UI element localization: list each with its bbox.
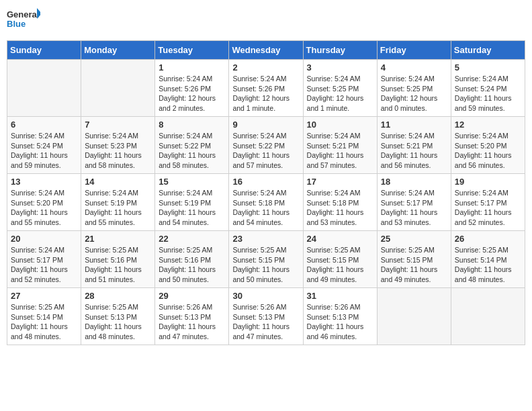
calendar-cell: 5Sunrise: 5:24 AM Sunset: 5:24 PM Daylig… xyxy=(451,60,525,117)
day-number: 19 xyxy=(455,177,521,187)
day-header-friday: Friday xyxy=(377,41,451,60)
day-number: 2 xyxy=(232,62,299,73)
day-number: 10 xyxy=(307,120,373,130)
day-number: 31 xyxy=(307,291,373,301)
day-number: 22 xyxy=(159,234,225,244)
day-number: 17 xyxy=(307,177,373,187)
calendar-cell: 28Sunrise: 5:25 AM Sunset: 5:13 PM Dayli… xyxy=(81,288,155,345)
day-info: Sunrise: 5:24 AM Sunset: 5:17 PM Dayligh… xyxy=(11,245,77,285)
calendar-cell xyxy=(451,288,525,345)
day-header-wednesday: Wednesday xyxy=(229,41,303,60)
calendar-week-5: 27Sunrise: 5:25 AM Sunset: 5:14 PM Dayli… xyxy=(7,288,525,345)
day-number: 8 xyxy=(159,120,225,130)
day-number: 9 xyxy=(232,120,299,130)
day-info: Sunrise: 5:24 AM Sunset: 5:17 PM Dayligh… xyxy=(381,188,447,228)
calendar-cell: 27Sunrise: 5:25 AM Sunset: 5:14 PM Dayli… xyxy=(7,288,81,345)
day-info: Sunrise: 5:25 AM Sunset: 5:15 PM Dayligh… xyxy=(232,245,299,285)
calendar-cell: 6Sunrise: 5:24 AM Sunset: 5:24 PM Daylig… xyxy=(7,117,81,174)
calendar-header-row: SundayMondayTuesdayWednesdayThursdayFrid… xyxy=(7,41,525,60)
svg-text:Blue: Blue xyxy=(7,19,26,29)
day-header-sunday: Sunday xyxy=(7,41,81,60)
day-number: 27 xyxy=(11,291,77,301)
calendar-cell: 13Sunrise: 5:24 AM Sunset: 5:20 PM Dayli… xyxy=(7,174,81,231)
day-info: Sunrise: 5:24 AM Sunset: 5:22 PM Dayligh… xyxy=(159,131,225,171)
day-info: Sunrise: 5:24 AM Sunset: 5:23 PM Dayligh… xyxy=(85,131,151,171)
calendar-cell: 19Sunrise: 5:24 AM Sunset: 5:17 PM Dayli… xyxy=(451,174,525,231)
day-info: Sunrise: 5:24 AM Sunset: 5:25 PM Dayligh… xyxy=(381,74,447,113)
day-info: Sunrise: 5:25 AM Sunset: 5:16 PM Dayligh… xyxy=(85,245,151,285)
calendar-cell: 4Sunrise: 5:24 AM Sunset: 5:25 PM Daylig… xyxy=(377,60,451,117)
calendar-cell: 26Sunrise: 5:25 AM Sunset: 5:14 PM Dayli… xyxy=(451,231,525,288)
day-number: 3 xyxy=(307,62,373,73)
day-info: Sunrise: 5:24 AM Sunset: 5:20 PM Dayligh… xyxy=(455,131,521,171)
calendar-cell: 23Sunrise: 5:25 AM Sunset: 5:15 PM Dayli… xyxy=(229,231,303,288)
day-info: Sunrise: 5:24 AM Sunset: 5:19 PM Dayligh… xyxy=(159,188,225,228)
logo: General Blue xyxy=(7,7,40,35)
calendar-body: 1Sunrise: 5:24 AM Sunset: 5:26 PM Daylig… xyxy=(7,60,525,345)
day-header-monday: Monday xyxy=(81,41,155,60)
calendar-cell: 10Sunrise: 5:24 AM Sunset: 5:21 PM Dayli… xyxy=(303,117,377,174)
calendar-cell: 17Sunrise: 5:24 AM Sunset: 5:18 PM Dayli… xyxy=(303,174,377,231)
day-info: Sunrise: 5:24 AM Sunset: 5:17 PM Dayligh… xyxy=(455,188,521,228)
day-info: Sunrise: 5:24 AM Sunset: 5:21 PM Dayligh… xyxy=(381,131,447,171)
day-info: Sunrise: 5:26 AM Sunset: 5:13 PM Dayligh… xyxy=(232,302,299,342)
calendar-cell: 21Sunrise: 5:25 AM Sunset: 5:16 PM Dayli… xyxy=(81,231,155,288)
calendar-cell: 22Sunrise: 5:25 AM Sunset: 5:16 PM Dayli… xyxy=(155,231,229,288)
day-info: Sunrise: 5:25 AM Sunset: 5:15 PM Dayligh… xyxy=(381,245,447,285)
day-number: 4 xyxy=(381,62,447,73)
day-header-tuesday: Tuesday xyxy=(155,41,229,60)
day-info: Sunrise: 5:24 AM Sunset: 5:18 PM Dayligh… xyxy=(307,188,373,228)
day-number: 28 xyxy=(85,291,151,301)
day-info: Sunrise: 5:24 AM Sunset: 5:18 PM Dayligh… xyxy=(232,188,299,228)
calendar-cell: 9Sunrise: 5:24 AM Sunset: 5:22 PM Daylig… xyxy=(229,117,303,174)
day-number: 16 xyxy=(232,177,299,187)
day-number: 21 xyxy=(85,234,151,244)
day-number: 24 xyxy=(307,234,373,244)
day-info: Sunrise: 5:25 AM Sunset: 5:15 PM Dayligh… xyxy=(307,245,373,285)
calendar-cell: 2Sunrise: 5:24 AM Sunset: 5:26 PM Daylig… xyxy=(229,60,303,117)
calendar-week-4: 20Sunrise: 5:24 AM Sunset: 5:17 PM Dayli… xyxy=(7,231,525,288)
calendar-cell: 8Sunrise: 5:24 AM Sunset: 5:22 PM Daylig… xyxy=(155,117,229,174)
day-info: Sunrise: 5:24 AM Sunset: 5:20 PM Dayligh… xyxy=(11,188,77,228)
day-number: 26 xyxy=(455,234,521,244)
calendar-cell: 3Sunrise: 5:24 AM Sunset: 5:25 PM Daylig… xyxy=(303,60,377,117)
day-number: 7 xyxy=(85,120,151,130)
day-info: Sunrise: 5:24 AM Sunset: 5:22 PM Dayligh… xyxy=(232,131,299,171)
day-number: 30 xyxy=(232,291,299,301)
calendar-cell: 20Sunrise: 5:24 AM Sunset: 5:17 PM Dayli… xyxy=(7,231,81,288)
logo-svg: General Blue xyxy=(7,7,40,35)
day-number: 6 xyxy=(11,120,77,130)
day-number: 14 xyxy=(85,177,151,187)
day-info: Sunrise: 5:26 AM Sunset: 5:13 PM Dayligh… xyxy=(307,302,373,342)
day-info: Sunrise: 5:24 AM Sunset: 5:21 PM Dayligh… xyxy=(307,131,373,171)
calendar-cell: 25Sunrise: 5:25 AM Sunset: 5:15 PM Dayli… xyxy=(377,231,451,288)
svg-text:General: General xyxy=(7,9,39,19)
day-number: 18 xyxy=(381,177,447,187)
calendar-table: SundayMondayTuesdayWednesdayThursdayFrid… xyxy=(7,40,525,345)
calendar-cell: 14Sunrise: 5:24 AM Sunset: 5:19 PM Dayli… xyxy=(81,174,155,231)
day-info: Sunrise: 5:24 AM Sunset: 5:24 PM Dayligh… xyxy=(11,131,77,171)
calendar-cell: 30Sunrise: 5:26 AM Sunset: 5:13 PM Dayli… xyxy=(229,288,303,345)
calendar-cell: 24Sunrise: 5:25 AM Sunset: 5:15 PM Dayli… xyxy=(303,231,377,288)
calendar-cell xyxy=(377,288,451,345)
day-number: 29 xyxy=(159,291,225,301)
day-info: Sunrise: 5:25 AM Sunset: 5:14 PM Dayligh… xyxy=(11,302,77,342)
day-info: Sunrise: 5:24 AM Sunset: 5:19 PM Dayligh… xyxy=(85,188,151,228)
day-number: 11 xyxy=(381,120,447,130)
calendar-week-3: 13Sunrise: 5:24 AM Sunset: 5:20 PM Dayli… xyxy=(7,174,525,231)
day-number: 5 xyxy=(455,62,521,73)
day-header-thursday: Thursday xyxy=(303,41,377,60)
day-info: Sunrise: 5:24 AM Sunset: 5:25 PM Dayligh… xyxy=(307,74,373,113)
day-number: 25 xyxy=(381,234,447,244)
calendar-cell: 1Sunrise: 5:24 AM Sunset: 5:26 PM Daylig… xyxy=(155,60,229,117)
day-number: 13 xyxy=(11,177,77,187)
day-header-saturday: Saturday xyxy=(451,41,525,60)
calendar-cell: 11Sunrise: 5:24 AM Sunset: 5:21 PM Dayli… xyxy=(377,117,451,174)
calendar-cell: 16Sunrise: 5:24 AM Sunset: 5:18 PM Dayli… xyxy=(229,174,303,231)
calendar-cell xyxy=(7,60,81,117)
day-info: Sunrise: 5:25 AM Sunset: 5:13 PM Dayligh… xyxy=(85,302,151,342)
day-info: Sunrise: 5:24 AM Sunset: 5:24 PM Dayligh… xyxy=(455,74,521,113)
day-number: 20 xyxy=(11,234,77,244)
day-number: 15 xyxy=(159,177,225,187)
calendar-cell: 31Sunrise: 5:26 AM Sunset: 5:13 PM Dayli… xyxy=(303,288,377,345)
